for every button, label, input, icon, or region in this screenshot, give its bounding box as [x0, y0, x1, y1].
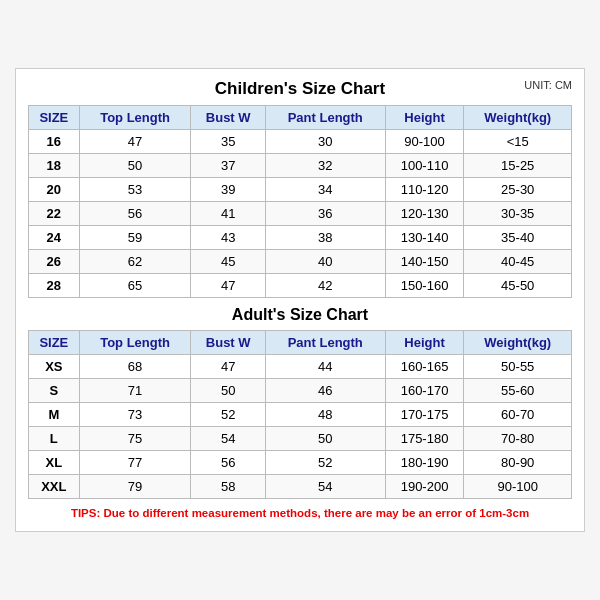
adult-cell: M — [29, 403, 80, 427]
children-cell: 37 — [191, 154, 265, 178]
adult-cell: 60-70 — [464, 403, 572, 427]
children-col-toplength: Top Length — [79, 106, 191, 130]
children-table-body: 1647353090-100<1518503732100-11015-25205… — [29, 130, 572, 298]
adult-cell: 50 — [265, 427, 385, 451]
adult-cell: 79 — [79, 475, 191, 499]
adult-header-section: SIZE Top Length Bust W Pant Length Heigh… — [29, 331, 572, 355]
adult-table-row: XL775652180-19080-90 — [29, 451, 572, 475]
adult-cell: 58 — [191, 475, 265, 499]
children-cell: 34 — [265, 178, 385, 202]
adult-cell: XXL — [29, 475, 80, 499]
main-title-row: Children's Size Chart UNIT: CM — [28, 79, 572, 99]
tips-label: TIPS: — [71, 507, 100, 519]
adult-cell: 50-55 — [464, 355, 572, 379]
children-cell: 25-30 — [464, 178, 572, 202]
adult-cell: 46 — [265, 379, 385, 403]
children-cell: 40 — [265, 250, 385, 274]
children-cell: 20 — [29, 178, 80, 202]
children-table-row: 1647353090-100<15 — [29, 130, 572, 154]
children-cell: 56 — [79, 202, 191, 226]
adult-cell: 73 — [79, 403, 191, 427]
adult-cell: 44 — [265, 355, 385, 379]
children-cell: 90-100 — [385, 130, 464, 154]
adult-title-row: Adult's Size Chart — [29, 298, 572, 331]
adult-col-size: SIZE — [29, 331, 80, 355]
children-cell: 43 — [191, 226, 265, 250]
children-header-row: SIZE Top Length Bust W Pant Length Heigh… — [29, 106, 572, 130]
children-cell: 26 — [29, 250, 80, 274]
adult-cell: 77 — [79, 451, 191, 475]
children-size-table: SIZE Top Length Bust W Pant Length Heigh… — [28, 105, 572, 499]
chart-container: Children's Size Chart UNIT: CM SIZE Top … — [15, 68, 585, 532]
tips-row: TIPS: Due to different measurement metho… — [28, 507, 572, 519]
children-col-height: Height — [385, 106, 464, 130]
adult-cell: 52 — [191, 403, 265, 427]
children-cell: 30 — [265, 130, 385, 154]
children-table-row: 18503732100-11015-25 — [29, 154, 572, 178]
adult-table-row: M735248170-17560-70 — [29, 403, 572, 427]
children-cell: 42 — [265, 274, 385, 298]
adult-cell: 52 — [265, 451, 385, 475]
children-col-weight: Weight(kg) — [464, 106, 572, 130]
adult-cell: 170-175 — [385, 403, 464, 427]
children-cell: 38 — [265, 226, 385, 250]
children-cell: 30-35 — [464, 202, 572, 226]
children-cell: <15 — [464, 130, 572, 154]
adult-cell: S — [29, 379, 80, 403]
children-cell: 140-150 — [385, 250, 464, 274]
children-cell: 47 — [191, 274, 265, 298]
children-cell: 24 — [29, 226, 80, 250]
children-cell: 32 — [265, 154, 385, 178]
children-col-size: SIZE — [29, 106, 80, 130]
adult-cell: 55-60 — [464, 379, 572, 403]
children-col-pantlength: Pant Length — [265, 106, 385, 130]
adult-col-weight: Weight(kg) — [464, 331, 572, 355]
adult-cell: XL — [29, 451, 80, 475]
adult-cell: 80-90 — [464, 451, 572, 475]
adult-table-row: S715046160-17055-60 — [29, 379, 572, 403]
children-cell: 65 — [79, 274, 191, 298]
adult-cell: XS — [29, 355, 80, 379]
adult-cell: 48 — [265, 403, 385, 427]
children-cell: 15-25 — [464, 154, 572, 178]
main-title: Children's Size Chart — [215, 79, 385, 99]
children-cell: 35-40 — [464, 226, 572, 250]
adult-section-title: Adult's Size Chart — [29, 298, 572, 331]
children-cell: 130-140 — [385, 226, 464, 250]
adult-cell: 54 — [191, 427, 265, 451]
children-table-row: 24594338130-14035-40 — [29, 226, 572, 250]
children-table-row: 26624540140-15040-45 — [29, 250, 572, 274]
adult-col-pantlength: Pant Length — [265, 331, 385, 355]
children-cell: 62 — [79, 250, 191, 274]
adult-cell: 56 — [191, 451, 265, 475]
children-cell: 59 — [79, 226, 191, 250]
adult-table-row: XS684744160-16550-55 — [29, 355, 572, 379]
adult-cell: 90-100 — [464, 475, 572, 499]
children-cell: 16 — [29, 130, 80, 154]
adult-col-height: Height — [385, 331, 464, 355]
children-cell: 53 — [79, 178, 191, 202]
children-table-row: 20533934110-12025-30 — [29, 178, 572, 202]
adult-cell: 190-200 — [385, 475, 464, 499]
children-table-row: 28654742150-16045-50 — [29, 274, 572, 298]
children-cell: 39 — [191, 178, 265, 202]
adult-cell: 71 — [79, 379, 191, 403]
children-cell: 120-130 — [385, 202, 464, 226]
children-cell: 47 — [79, 130, 191, 154]
children-cell: 40-45 — [464, 250, 572, 274]
adult-table-row: L755450175-18070-80 — [29, 427, 572, 451]
adult-cell: 68 — [79, 355, 191, 379]
children-cell: 18 — [29, 154, 80, 178]
adult-header-row: SIZE Top Length Bust W Pant Length Heigh… — [29, 331, 572, 355]
adult-col-toplength: Top Length — [79, 331, 191, 355]
children-cell: 41 — [191, 202, 265, 226]
adult-col-bustw: Bust W — [191, 331, 265, 355]
adult-cell: 160-165 — [385, 355, 464, 379]
adult-cell: 180-190 — [385, 451, 464, 475]
adult-cell: 47 — [191, 355, 265, 379]
adult-table-row: XXL795854190-20090-100 — [29, 475, 572, 499]
children-col-bustw: Bust W — [191, 106, 265, 130]
adult-table-body: XS684744160-16550-55S715046160-17055-60M… — [29, 355, 572, 499]
children-cell: 35 — [191, 130, 265, 154]
adult-cell: 175-180 — [385, 427, 464, 451]
